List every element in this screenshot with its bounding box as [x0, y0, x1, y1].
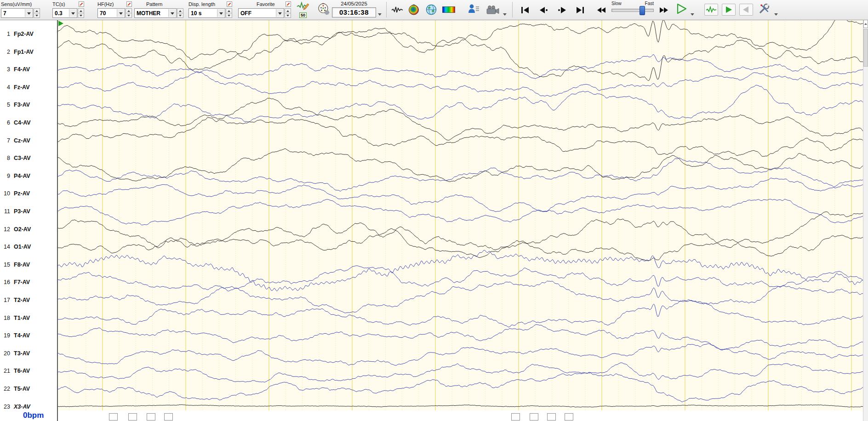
play-dropdown-caret[interactable]	[690, 12, 695, 17]
event-marker-box[interactable]	[511, 413, 520, 421]
skip-to-start-button[interactable]	[518, 4, 532, 17]
eeg-trace-T1-AV	[58, 300, 864, 327]
event-marker-box[interactable]	[147, 413, 155, 421]
event-marker-box[interactable]	[565, 413, 573, 421]
channel-row[interactable]: 20T3-AV	[0, 349, 57, 358]
eeg-trace-F3-AV	[58, 85, 864, 122]
channel-row[interactable]: 6C4-AV	[0, 119, 57, 127]
channel-row[interactable]: 8C3-AV	[0, 154, 57, 162]
spinner-up-button[interactable]	[226, 8, 232, 13]
channel-row[interactable]: 18T1-AV	[0, 314, 57, 322]
channel-row[interactable]: 17T2-AV	[0, 296, 57, 304]
favorite-combobox[interactable]: OFF	[238, 8, 284, 18]
channel-number: 14	[0, 243, 10, 251]
channel-row[interactable]: 10Pz-AV	[0, 189, 57, 198]
spinner-up-button[interactable]	[126, 8, 132, 13]
edit-preset-icon[interactable]	[79, 1, 84, 7]
green-trace-icon	[706, 6, 717, 13]
edit-preset-icon[interactable]	[227, 1, 232, 7]
channel-label: P4-AV	[14, 173, 30, 179]
rewind-button[interactable]	[594, 4, 609, 17]
scrollbar-thumb[interactable]	[863, 29, 868, 67]
skip-to-end-button[interactable]	[573, 4, 588, 17]
channel-row[interactable]: 23X3-AV	[0, 403, 57, 411]
patient-info-button[interactable]	[466, 3, 481, 16]
channel-row[interactable]: 11P3-AV	[0, 207, 57, 216]
channel-row[interactable]: 21T6-AV	[0, 367, 57, 375]
channel-row[interactable]: 19T4-AV	[0, 331, 57, 340]
sensitivity-spinner	[34, 8, 40, 18]
channel-row[interactable]: 9P4-AV	[0, 172, 57, 180]
channel-row[interactable]: 3F4-AV	[0, 65, 57, 74]
event-marker-box[interactable]	[128, 413, 137, 421]
montage-edit-group: 50	[297, 1, 309, 18]
channel-row[interactable]: 14O1-AV	[0, 243, 57, 251]
spinner-down-button[interactable]	[126, 13, 132, 18]
vertical-scrollbar[interactable]	[863, 20, 868, 421]
channel-row[interactable]: 22T5-AV	[0, 385, 57, 393]
displength-combobox[interactable]: 10 s	[188, 8, 225, 18]
channel-label: F8-AV	[14, 262, 30, 268]
step-forward-button[interactable]	[554, 4, 569, 17]
fast-forward-button[interactable]	[657, 4, 671, 17]
spinner-up-button[interactable]	[177, 8, 183, 13]
sensitivity-combobox[interactable]: 7	[1, 8, 33, 18]
electrode-map-button[interactable]	[316, 3, 331, 16]
arrow-down-icon	[286, 15, 289, 18]
notch-filter-toggle[interactable]: 50	[299, 12, 307, 18]
video-button[interactable]	[485, 4, 500, 17]
spinner-up-button[interactable]	[285, 8, 291, 13]
spinner-down-button[interactable]	[177, 13, 183, 18]
eeg-trace-T2-AV	[58, 281, 864, 313]
channel-row[interactable]: 12O2-AV	[0, 225, 57, 233]
channel-row[interactable]: 15F8-AV	[0, 261, 57, 269]
scrollbar-up-button[interactable]	[863, 20, 868, 28]
spinner-down-button[interactable]	[226, 13, 232, 18]
spinner-down-button[interactable]	[78, 13, 84, 18]
event-marker-box[interactable]	[164, 413, 173, 421]
globe-button[interactable]	[424, 3, 439, 16]
channel-number: 22	[0, 385, 10, 393]
play-button[interactable]	[674, 2, 689, 15]
play-green-icon	[724, 5, 734, 14]
channel-number: 11	[0, 207, 10, 216]
green-trace-button[interactable]	[704, 4, 718, 16]
chevron-down-icon	[25, 9, 32, 17]
edit-preset-icon[interactable]	[286, 1, 291, 7]
channel-row[interactable]: 1Fp2-AV	[0, 30, 57, 38]
play-review-button[interactable]	[722, 4, 736, 16]
channel-row[interactable]: 4Fz-AV	[0, 83, 57, 91]
channel-row[interactable]: 7Cz-AV	[0, 137, 57, 145]
spinner-up-button[interactable]	[78, 8, 84, 13]
color-scale-button[interactable]	[441, 3, 456, 16]
speed-slider-handle[interactable]	[640, 6, 645, 15]
event-marker-box[interactable]	[109, 413, 118, 421]
highfreq-combobox[interactable]: 70	[97, 8, 125, 18]
tools-button[interactable]	[757, 2, 771, 15]
event-marker-box[interactable]	[530, 413, 538, 421]
channel-row[interactable]: 16F7-AV	[0, 278, 57, 286]
step-back-button[interactable]	[536, 4, 551, 17]
channel-row[interactable]: 2Fp1-AV	[0, 48, 57, 56]
brain-topography-button[interactable]	[406, 3, 421, 16]
datetime-dropdown-caret[interactable]	[377, 12, 383, 17]
timeconstant-combobox[interactable]: 0.3	[52, 8, 77, 18]
spinner-up-button[interactable]	[34, 8, 40, 13]
arrow-up-icon	[35, 9, 38, 12]
spinner-down-button[interactable]	[285, 13, 291, 18]
video-dropdown-caret[interactable]	[502, 12, 508, 17]
eeg-view-button[interactable]	[390, 3, 405, 16]
speed-slider-track[interactable]	[611, 9, 654, 12]
pattern-combobox[interactable]: MOTHER	[134, 8, 177, 18]
tools-dropdown-caret[interactable]	[773, 12, 779, 17]
montage-edit-icon[interactable]	[297, 1, 309, 12]
trace-area[interactable]	[57, 20, 864, 421]
channel-number: 8	[0, 154, 10, 162]
disabled-step-button[interactable]	[739, 4, 753, 16]
channel-row[interactable]: 5F3-AV	[0, 101, 57, 109]
event-marker-box[interactable]	[547, 413, 556, 421]
spinner-down-button[interactable]	[34, 13, 40, 18]
sensitivity-label: Sens(uV/mm)	[1, 1, 32, 7]
eeg-viewer-window: Sens(uV/mm) 7 TC(s) 0.3	[0, 0, 868, 421]
edit-preset-icon[interactable]	[126, 1, 132, 7]
